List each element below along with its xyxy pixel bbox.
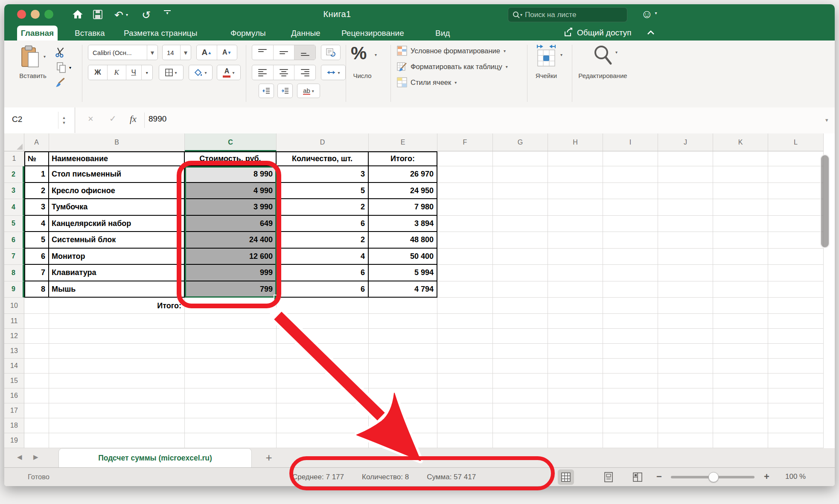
underline-button[interactable]: Ч: [126, 65, 142, 80]
cell-E8[interactable]: 5 994: [369, 265, 437, 281]
cell-B15[interactable]: [49, 374, 185, 388]
cell-B10[interactable]: Итого:: [49, 298, 185, 314]
zoom-slider-thumb[interactable]: [708, 472, 719, 482]
row-header-13[interactable]: 13: [4, 344, 24, 359]
abc-format-button[interactable]: ab ▾: [297, 84, 320, 98]
cell-A12[interactable]: [24, 329, 49, 344]
cell-L7[interactable]: [768, 249, 824, 265]
cell-D1[interactable]: Количество, шт.: [277, 151, 369, 166]
cell-A9[interactable]: 8: [24, 281, 49, 298]
row-header-18[interactable]: 18: [4, 418, 24, 433]
cell-J6[interactable]: [658, 232, 713, 249]
cell-B6[interactable]: Системный блок: [49, 232, 185, 249]
cell-L8[interactable]: [768, 265, 824, 281]
cell-E9[interactable]: 4 794: [369, 281, 437, 298]
tab-razmetka[interactable]: Разметка страницы: [124, 26, 197, 41]
cell-A11[interactable]: [24, 314, 49, 329]
cell-A14[interactable]: [24, 359, 49, 374]
font-size-combo[interactable]: 14 ▾: [162, 45, 191, 60]
cell-F15[interactable]: [437, 374, 493, 388]
cell-C1[interactable]: Стоимость, руб.: [185, 151, 277, 166]
cell-E12[interactable]: [369, 329, 437, 344]
cell-L15[interactable]: [768, 374, 824, 388]
cell-B8[interactable]: Клавиатура: [49, 265, 185, 281]
page-break-view-button[interactable]: [629, 469, 646, 485]
row-header-10[interactable]: 10: [4, 298, 24, 314]
cell-G10[interactable]: [493, 298, 548, 314]
cell-K15[interactable]: [713, 374, 768, 388]
column-header-G[interactable]: G: [493, 133, 548, 151]
column-header-L[interactable]: L: [768, 133, 824, 151]
row-header-6[interactable]: 6: [4, 232, 24, 249]
tab-dannye[interactable]: Данные: [291, 26, 320, 41]
add-sheet-button[interactable]: +: [260, 450, 277, 465]
cell-G13[interactable]: [493, 344, 548, 359]
cell-E4[interactable]: 7 980: [369, 199, 437, 216]
cell-I1[interactable]: [603, 151, 658, 166]
cell-B19[interactable]: [49, 433, 185, 448]
stepper-up-icon[interactable]: ▲: [62, 116, 66, 120]
prev-sheet-icon[interactable]: ◀: [17, 453, 22, 461]
column-header-E[interactable]: E: [369, 133, 437, 151]
cell-C13[interactable]: [185, 344, 277, 359]
zoom-out-button[interactable]: −: [656, 471, 662, 482]
paste-button[interactable]: [20, 45, 40, 70]
cell-B12[interactable]: [49, 329, 185, 344]
cell-K7[interactable]: [713, 249, 768, 265]
cell-L10[interactable]: [768, 298, 824, 314]
cell-D12[interactable]: [277, 329, 369, 344]
cell-G1[interactable]: [493, 151, 548, 166]
cell-H3[interactable]: [548, 183, 603, 200]
column-header-C[interactable]: C: [185, 133, 277, 151]
cell-I3[interactable]: [603, 183, 658, 200]
cell-G14[interactable]: [493, 359, 548, 374]
copy-button[interactable]: ▾: [56, 62, 67, 75]
cell-K14[interactable]: [713, 359, 768, 374]
cell-C11[interactable]: [185, 314, 277, 329]
cell-C15[interactable]: [185, 374, 277, 388]
cell-I12[interactable]: [603, 329, 658, 344]
cell-J11[interactable]: [658, 314, 713, 329]
cell-G8[interactable]: [493, 265, 548, 281]
align-top-button[interactable]: [252, 45, 274, 60]
cell-C10[interactable]: [185, 298, 277, 314]
cell-K4[interactable]: [713, 199, 768, 216]
cell-I15[interactable]: [603, 374, 658, 388]
formula-bar-expand-icon[interactable]: ▾: [825, 117, 828, 123]
cell-F10[interactable]: [437, 298, 493, 314]
column-header-A[interactable]: A: [24, 133, 49, 151]
cell-D14[interactable]: [277, 359, 369, 374]
cell-J4[interactable]: [658, 199, 713, 216]
cell-G18[interactable]: [493, 418, 548, 433]
align-right-button[interactable]: [294, 65, 315, 80]
align-middle-button[interactable]: [274, 45, 295, 60]
cell-L3[interactable]: [768, 183, 824, 200]
cell-D7[interactable]: 4: [277, 249, 369, 265]
cell-F8[interactable]: [437, 265, 493, 281]
row-header-11[interactable]: 11: [4, 314, 24, 329]
normal-view-button[interactable]: [558, 469, 574, 485]
cell-F12[interactable]: [437, 329, 493, 344]
cell-J12[interactable]: [658, 329, 713, 344]
cell-G12[interactable]: [493, 329, 548, 344]
cell-F2[interactable]: [437, 166, 493, 183]
cell-K12[interactable]: [713, 329, 768, 344]
cell-H18[interactable]: [548, 418, 603, 433]
cell-J10[interactable]: [658, 298, 713, 314]
cell-C8[interactable]: 999: [185, 265, 277, 281]
cell-L18[interactable]: [768, 418, 824, 433]
cell-A17[interactable]: [24, 403, 49, 418]
cell-F5[interactable]: [437, 216, 493, 232]
row-header-7[interactable]: 7: [4, 249, 24, 265]
merge-center-button[interactable]: ▾: [321, 65, 346, 80]
cell-C12[interactable]: [185, 329, 277, 344]
cell-L6[interactable]: [768, 232, 824, 249]
wrap-text-button[interactable]: [321, 45, 341, 60]
cell-C18[interactable]: [185, 418, 277, 433]
cell-K10[interactable]: [713, 298, 768, 314]
cell-K13[interactable]: [713, 344, 768, 359]
cell-C19[interactable]: [185, 433, 277, 448]
cell-I7[interactable]: [603, 249, 658, 265]
shrink-font-button[interactable]: A▼: [217, 45, 237, 60]
cell-A16[interactable]: [24, 388, 49, 403]
